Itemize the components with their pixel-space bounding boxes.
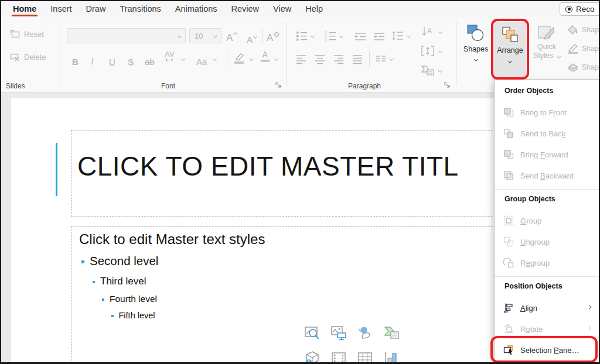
underline-button[interactable]: U bbox=[109, 52, 115, 66]
menu-item-ungroup[interactable]: Ungroup bbox=[495, 231, 599, 252]
strikethrough-button[interactable]: ab bbox=[145, 52, 155, 66]
shape-effects-icon bbox=[567, 62, 579, 73]
grow-font-button[interactable]: A bbox=[226, 29, 237, 43]
3d-models-icon[interactable] bbox=[304, 351, 321, 364]
convert-to-smartart-icon[interactable] bbox=[421, 64, 435, 77]
tab-transitions[interactable]: Transitions bbox=[112, 1, 168, 17]
shapes-icon bbox=[466, 24, 486, 43]
chevron-down-icon[interactable] bbox=[213, 57, 217, 61]
tab-home[interactable]: Home bbox=[6, 1, 43, 17]
bullets-icon[interactable] bbox=[295, 30, 308, 42]
slides-group-label: Slides bbox=[6, 82, 25, 90]
font-color-button[interactable]: A bbox=[261, 51, 270, 65]
menu-item-label: Rotate bbox=[520, 325, 543, 334]
chevron-down-icon[interactable] bbox=[250, 57, 254, 61]
group-icon bbox=[503, 215, 514, 226]
clear-formatting-button[interactable]: A bbox=[267, 29, 279, 43]
record-button[interactable]: Reco bbox=[560, 2, 600, 16]
bold-glyph: B bbox=[72, 57, 79, 66]
chevron-down-icon[interactable] bbox=[438, 30, 442, 34]
bullet-icon bbox=[93, 281, 95, 283]
align-center-icon[interactable] bbox=[314, 53, 326, 65]
text-shadow-button[interactable]: S bbox=[128, 52, 134, 66]
shapes-button[interactable]: Shapes bbox=[461, 22, 490, 80]
align-right-icon[interactable] bbox=[333, 53, 345, 65]
chevron-down-icon[interactable] bbox=[407, 34, 411, 38]
tab-view[interactable]: View bbox=[266, 1, 298, 17]
menu-item-bring-forward[interactable]: Bring Forward bbox=[495, 144, 599, 165]
chevron-down-icon[interactable] bbox=[438, 49, 442, 53]
icons-icon[interactable] bbox=[357, 325, 373, 341]
arrange-button[interactable]: Arrange bbox=[494, 22, 526, 77]
delete-slide-button[interactable]: Delete bbox=[10, 53, 46, 61]
chevron-down-icon[interactable] bbox=[274, 57, 278, 61]
menu-separator bbox=[495, 189, 599, 190]
tab-draw[interactable]: Draw bbox=[79, 1, 113, 17]
tab-animations[interactable]: Animations bbox=[168, 1, 224, 17]
stock-images-icon[interactable] bbox=[304, 325, 321, 341]
justify-icon[interactable] bbox=[352, 53, 363, 65]
menu-item-bring-to-front[interactable]: Bring to Front bbox=[495, 102, 599, 123]
bullet-icon bbox=[81, 260, 84, 263]
tab-help[interactable]: Help bbox=[298, 1, 330, 17]
align-left-icon[interactable] bbox=[295, 53, 307, 65]
chart-icon[interactable] bbox=[383, 351, 400, 364]
delete-slide-icon bbox=[10, 53, 20, 61]
bring-to-front-icon bbox=[503, 107, 514, 118]
columns-icon[interactable] bbox=[375, 54, 387, 64]
paint-bucket-icon bbox=[567, 25, 579, 35]
decrease-indent-icon[interactable] bbox=[354, 30, 367, 42]
chevron-down-icon bbox=[508, 59, 512, 63]
line-spacing-icon[interactable] bbox=[391, 30, 404, 42]
bullet-icon bbox=[111, 315, 114, 317]
tab-insert[interactable]: Insert bbox=[43, 1, 79, 17]
video-icon[interactable] bbox=[330, 351, 347, 364]
increase-indent-icon[interactable] bbox=[373, 30, 386, 42]
eraser-icon bbox=[274, 32, 279, 37]
smartart-icon[interactable] bbox=[383, 325, 400, 341]
bold-button[interactable]: B bbox=[72, 52, 79, 66]
align-text-icon[interactable] bbox=[421, 44, 435, 57]
menu-item-regroup[interactable]: Regroup bbox=[495, 252, 599, 273]
font-dialog-launcher[interactable] bbox=[275, 82, 282, 88]
text-direction-icon[interactable]: A bbox=[421, 25, 435, 38]
group-objects-header: Group Objects bbox=[495, 193, 599, 207]
menu-item-send-backward[interactable]: Send Backward bbox=[495, 165, 599, 186]
menu-item-align[interactable]: Align › bbox=[495, 297, 599, 318]
chevron-down-icon[interactable] bbox=[390, 57, 394, 61]
chevron-down-icon[interactable] bbox=[181, 57, 185, 61]
shape-effects-label: Shap bbox=[582, 63, 599, 71]
powerpoint-window: Home Insert Draw Transitions Animations … bbox=[0, 0, 600, 364]
tab-review[interactable]: Review bbox=[224, 1, 267, 17]
italic-button[interactable]: I bbox=[91, 52, 94, 66]
shape-effects-button[interactable]: Shap bbox=[567, 62, 599, 73]
clear-formatting-glyph: A bbox=[267, 33, 273, 43]
left-right-arrow-icon bbox=[165, 58, 174, 62]
reset-slide-button[interactable]: Reset bbox=[10, 30, 44, 39]
menu-item-send-to-back[interactable]: Send to Back bbox=[495, 123, 599, 144]
chevron-down-icon[interactable] bbox=[339, 34, 343, 38]
table-icon[interactable] bbox=[357, 351, 373, 364]
shrink-font-button[interactable]: A bbox=[247, 30, 257, 44]
shape-outline-label: Shap bbox=[582, 44, 599, 53]
mini-divider bbox=[262, 28, 263, 44]
menu-item-rotate[interactable]: Rotate › bbox=[495, 318, 599, 339]
chevron-down-icon[interactable] bbox=[311, 34, 315, 38]
shape-fill-button[interactable]: Shap bbox=[567, 25, 599, 35]
character-spacing-button[interactable]: AV bbox=[165, 51, 174, 65]
quick-styles-button[interactable]: Quick Styles bbox=[530, 22, 563, 80]
chevron-down-icon bbox=[557, 54, 561, 59]
pictures-icon[interactable] bbox=[330, 325, 347, 341]
content-placeholder-icons bbox=[299, 325, 404, 364]
chevron-down-icon[interactable] bbox=[438, 68, 442, 73]
numbering-icon[interactable]: 123 bbox=[324, 30, 337, 42]
highlight-color-button[interactable] bbox=[233, 51, 246, 65]
change-case-button[interactable]: Aa bbox=[196, 52, 207, 66]
menu-item-group[interactable]: Group bbox=[495, 210, 599, 231]
shape-outline-button[interactable]: Shap bbox=[567, 43, 599, 54]
menu-item-selection-pane[interactable]: Selection Pane… bbox=[495, 339, 599, 360]
font-size-combo[interactable]: 10 bbox=[189, 28, 221, 43]
font-name-combo[interactable] bbox=[67, 28, 186, 43]
paragraph-dialog-launcher[interactable] bbox=[444, 82, 451, 88]
shape-fill-label: Shap bbox=[582, 26, 599, 34]
